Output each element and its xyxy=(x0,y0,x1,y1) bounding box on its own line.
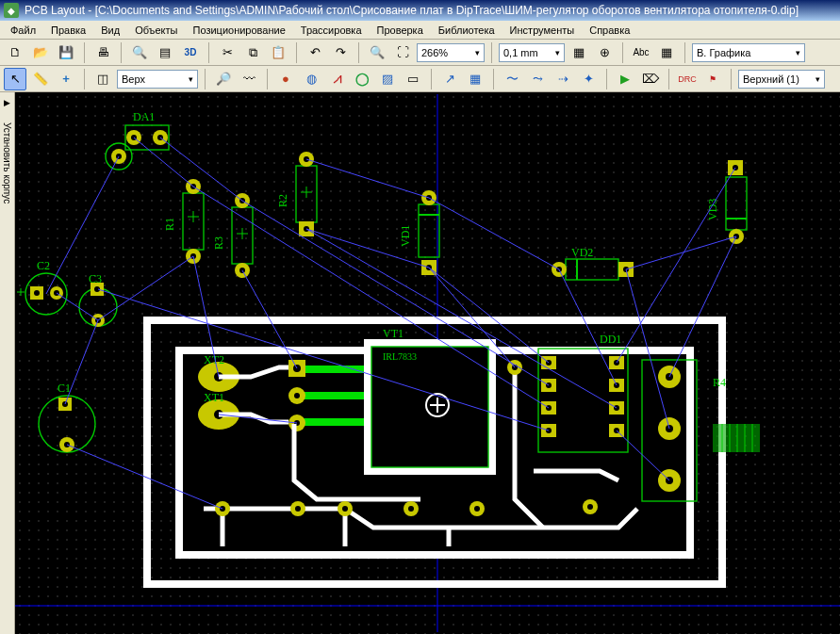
trace-b-icon[interactable]: ⤳ xyxy=(526,68,549,90)
svg-point-84 xyxy=(239,268,245,273)
paste-icon[interactable]: 📋 xyxy=(267,41,289,64)
mounthole-icon[interactable]: ◯ xyxy=(351,68,373,90)
pad-round-icon[interactable]: ● xyxy=(274,68,297,90)
svg-rect-2 xyxy=(147,320,722,584)
abc-button[interactable]: Abc xyxy=(630,41,652,64)
menu-route[interactable]: Трассировка xyxy=(294,23,369,38)
svg-point-43 xyxy=(198,399,239,430)
grid-icon[interactable]: ▦ xyxy=(568,41,590,64)
menu-help[interactable]: Справка xyxy=(583,23,636,38)
layers-icon[interactable]: ▦ xyxy=(655,41,678,64)
expand-arrow-icon[interactable]: ▶ xyxy=(4,98,10,107)
route-tool-icon[interactable]: ▦ xyxy=(464,68,486,90)
svg-point-96 xyxy=(426,195,432,201)
chevron-down-icon: ▾ xyxy=(475,48,480,57)
fanout-icon[interactable]: ✦ xyxy=(577,68,600,90)
svg-point-34 xyxy=(666,477,673,484)
svg-point-54 xyxy=(295,506,301,512)
menu-edit[interactable]: Правка xyxy=(44,23,92,38)
titles-icon[interactable]: ▤ xyxy=(154,41,176,64)
menu-file[interactable]: Файл xyxy=(4,23,42,38)
svg-rect-4 xyxy=(183,354,686,551)
print-icon[interactable]: 🖶 xyxy=(91,41,114,64)
preview-icon[interactable]: 🔍 xyxy=(128,41,151,64)
undo-icon[interactable]: ↶ xyxy=(304,41,326,64)
origin-icon[interactable]: ⊕ xyxy=(593,41,616,64)
component-icon[interactable]: ◫ xyxy=(91,68,114,90)
menu-tools[interactable]: Инструменты xyxy=(503,23,582,38)
ratsnest-icon[interactable]: 〰 xyxy=(238,68,260,90)
svg-point-52 xyxy=(220,506,225,512)
board-outline-icon[interactable]: ▭ xyxy=(402,68,424,90)
svg-rect-103 xyxy=(618,262,634,277)
measure-icon[interactable]: 📏 xyxy=(29,68,52,90)
ref-c3: C3 xyxy=(89,272,102,285)
titlebar: ◆ PCB Layout - [C:\Documents and Setting… xyxy=(0,0,840,21)
svg-rect-97 xyxy=(421,260,436,275)
display-mode-combo[interactable]: В. Графика ▾ xyxy=(692,43,805,62)
unroute-icon[interactable]: ⌦ xyxy=(639,68,662,90)
via-icon[interactable]: ⩘ xyxy=(325,68,348,90)
svg-point-42 xyxy=(214,372,223,382)
svg-point-31 xyxy=(658,417,681,440)
3d-button[interactable]: 3D xyxy=(179,41,202,64)
zoom-window-icon[interactable]: 🔍 xyxy=(366,41,388,64)
layer-combo[interactable]: Верх ▾ xyxy=(117,70,198,89)
menu-placement[interactable]: Позиционирование xyxy=(187,23,292,38)
svg-rect-3 xyxy=(175,347,694,559)
run-icon[interactable]: ▶ xyxy=(614,68,636,90)
find-icon[interactable]: 🔎 xyxy=(212,68,235,90)
cursor-tool-icon[interactable]: ↖ xyxy=(4,68,26,90)
svg-point-121 xyxy=(94,286,100,292)
menu-objects[interactable]: Объекты xyxy=(128,23,184,38)
ref-c2: C2 xyxy=(37,259,50,272)
open-file-icon[interactable]: 📂 xyxy=(29,41,52,64)
svg-point-116 xyxy=(54,290,59,296)
origin-tool-icon[interactable]: + xyxy=(55,68,77,90)
erc-icon[interactable]: ⚑ xyxy=(701,68,724,90)
svg-point-49 xyxy=(288,415,305,431)
svg-point-112 xyxy=(25,273,67,315)
svg-point-66 xyxy=(126,130,141,145)
menu-view[interactable]: Вид xyxy=(94,23,126,38)
design-canvas[interactable]: VT1 IRL7833 DD1 R4 xyxy=(15,92,840,634)
svg-point-48 xyxy=(294,393,300,398)
trace-c-icon[interactable]: ⇢ xyxy=(552,68,574,90)
menubar: Файл Правка Вид Объекты Позиционирование… xyxy=(0,21,840,40)
svg-point-68 xyxy=(153,130,168,145)
new-file-icon[interactable]: 🗋 xyxy=(4,41,26,64)
grid-combo[interactable]: 0,1 mm ▾ xyxy=(499,43,565,62)
route-manual-icon[interactable]: ↗ xyxy=(438,68,461,90)
svg-point-44 xyxy=(214,410,223,419)
trace-a-icon[interactable]: 〜 xyxy=(501,68,523,90)
svg-point-21 xyxy=(614,360,619,366)
copper-pour-icon[interactable]: ▨ xyxy=(376,68,399,90)
pad-square-icon[interactable]: ◍ xyxy=(300,68,322,90)
svg-point-69 xyxy=(157,135,163,140)
svg-point-119 xyxy=(79,288,117,326)
svg-point-104 xyxy=(623,267,629,272)
copy-icon[interactable]: ⧉ xyxy=(241,41,264,64)
svg-point-33 xyxy=(658,469,681,492)
side-panel[interactable]: ▶ Установить корпус xyxy=(0,92,15,634)
drc-icon[interactable]: DRC xyxy=(676,68,699,90)
save-icon[interactable]: 💾 xyxy=(55,41,77,64)
chevron-down-icon: ▾ xyxy=(815,74,820,84)
redo-icon[interactable]: ↷ xyxy=(329,41,352,64)
zoom-combo[interactable]: 266% ▾ xyxy=(417,43,485,62)
svg-point-13 xyxy=(546,360,552,366)
menu-verify[interactable]: Проверка xyxy=(371,23,430,38)
svg-point-41 xyxy=(198,362,239,392)
svg-rect-35 xyxy=(713,424,760,452)
svg-rect-94 xyxy=(419,204,439,257)
svg-point-74 xyxy=(186,179,201,194)
svg-point-76 xyxy=(186,249,201,264)
zoom-fit-icon[interactable]: ⛶ xyxy=(391,41,414,64)
menu-library[interactable]: Библиотека xyxy=(432,23,502,38)
view-layer-combo[interactable]: Верхний (1) ▾ xyxy=(738,70,825,89)
svg-rect-100 xyxy=(566,259,618,280)
cut-icon[interactable]: ✂ xyxy=(216,41,239,64)
svg-point-95 xyxy=(421,190,436,205)
svg-rect-5 xyxy=(364,339,496,475)
svg-point-62 xyxy=(587,504,593,510)
